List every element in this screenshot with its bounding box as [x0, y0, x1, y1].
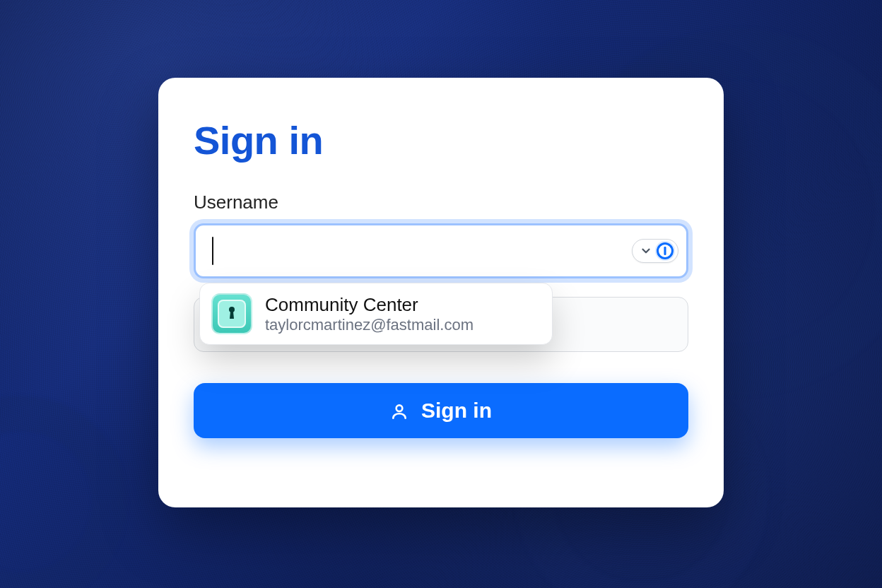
- signin-button-label: Sign in: [421, 399, 492, 423]
- autofill-app-icon: [211, 293, 252, 334]
- chevron-down-icon: [640, 245, 652, 257]
- svg-point-2: [396, 405, 403, 411]
- password-manager-pill[interactable]: [632, 239, 678, 263]
- page-title: Sign in: [194, 117, 688, 163]
- user-icon: [390, 401, 408, 420]
- username-label: Username: [194, 192, 688, 213]
- autofill-text: Community Center taylorcmartinez@fastmai…: [265, 294, 474, 334]
- username-field-wrap: Community Center taylorcmartinez@fastmai…: [194, 223, 688, 278]
- autofill-suggestion[interactable]: Community Center taylorcmartinez@fastmai…: [199, 283, 553, 345]
- svg-point-1: [229, 307, 235, 312]
- autofill-subtitle: taylorcmartinez@fastmail.com: [265, 316, 474, 334]
- username-input[interactable]: [194, 223, 688, 278]
- onepassword-icon: [657, 242, 674, 259]
- text-caret: [212, 237, 213, 265]
- svg-rect-0: [664, 247, 666, 255]
- signin-card: Sign in Username Community Center taylor…: [158, 78, 724, 507]
- keyhole-icon: [226, 305, 237, 323]
- autofill-title: Community Center: [265, 294, 474, 316]
- signin-button[interactable]: Sign in: [194, 383, 688, 438]
